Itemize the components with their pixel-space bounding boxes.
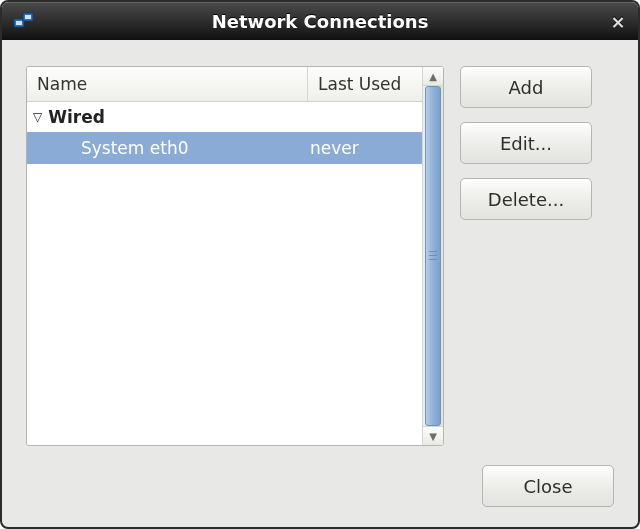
svg-rect-3: [25, 15, 31, 19]
vertical-scrollbar[interactable]: ▲ ▼: [422, 67, 443, 445]
scroll-track[interactable]: [423, 86, 443, 426]
connections-list[interactable]: Name Last Used ▽ Wired System eth0 never: [26, 66, 444, 446]
chevron-up-icon: ▲: [429, 71, 437, 82]
add-button[interactable]: Add: [460, 66, 592, 108]
group-label: Wired: [48, 107, 105, 127]
group-row-wired[interactable]: ▽ Wired: [27, 102, 422, 132]
list-header[interactable]: Name Last Used: [27, 67, 422, 102]
delete-button[interactable]: Delete...: [460, 178, 592, 220]
window-close-button[interactable]: ×: [608, 11, 628, 32]
footer: Close: [26, 449, 614, 507]
window: Network Connections × Name Last Used ▽ W…: [0, 0, 640, 529]
connection-last-used: never: [308, 138, 422, 158]
titlebar[interactable]: Network Connections ×: [2, 2, 638, 40]
scroll-thumb[interactable]: [425, 86, 441, 426]
scroll-up-button[interactable]: ▲: [423, 67, 443, 86]
connection-name: System eth0: [27, 138, 308, 158]
scroll-down-button[interactable]: ▼: [423, 426, 443, 445]
list-body[interactable]: ▽ Wired System eth0 never: [27, 102, 422, 445]
column-header-last-used[interactable]: Last Used: [308, 67, 422, 101]
window-body: Name Last Used ▽ Wired System eth0 never: [2, 40, 638, 527]
network-icon: [12, 9, 36, 33]
column-header-name[interactable]: Name: [27, 67, 308, 101]
edit-button[interactable]: Edit...: [460, 122, 592, 164]
connections-list-inner: Name Last Used ▽ Wired System eth0 never: [27, 67, 422, 445]
close-icon: ×: [610, 11, 625, 32]
chevron-down-icon: ▽: [33, 111, 42, 123]
side-buttons: Add Edit... Delete...: [460, 66, 592, 220]
close-button[interactable]: Close: [482, 465, 614, 507]
connection-row[interactable]: System eth0 never: [27, 132, 422, 164]
svg-rect-1: [16, 21, 22, 25]
window-title: Network Connections: [2, 11, 638, 32]
main-row: Name Last Used ▽ Wired System eth0 never: [26, 66, 614, 449]
chevron-down-icon: ▼: [429, 431, 437, 442]
